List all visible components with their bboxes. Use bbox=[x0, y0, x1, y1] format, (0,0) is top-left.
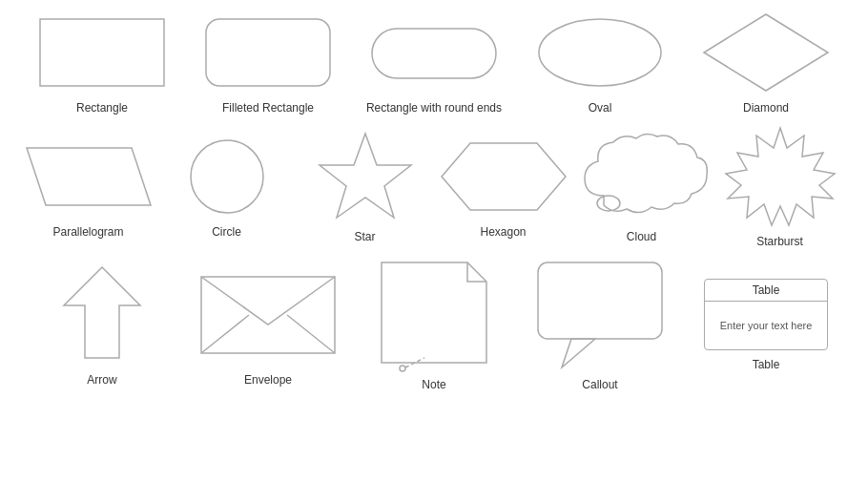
svg-point-16 bbox=[400, 366, 405, 371]
svg-rect-12 bbox=[201, 277, 335, 353]
shape-item-starburst[interactable]: Starburst bbox=[711, 124, 849, 248]
svg-marker-7 bbox=[320, 134, 411, 218]
svg-marker-8 bbox=[442, 143, 566, 210]
svg-marker-5 bbox=[27, 148, 151, 205]
shape-item-circle[interactable]: Circle bbox=[157, 134, 296, 239]
table-body: Enter your text here bbox=[705, 302, 827, 349]
shape-item-hexagon[interactable]: Hexagon bbox=[434, 134, 572, 239]
svg-point-6 bbox=[191, 140, 263, 213]
svg-line-14 bbox=[287, 315, 335, 353]
label-arrow: Arrow bbox=[87, 373, 116, 387]
label-oval: Oval bbox=[589, 101, 612, 115]
label-envelope: Envelope bbox=[244, 373, 292, 387]
shape-item-rectangle[interactable]: Rectangle bbox=[26, 10, 178, 115]
shape-item-star[interactable]: Star bbox=[296, 129, 434, 243]
svg-rect-2 bbox=[372, 29, 496, 78]
svg-marker-4 bbox=[704, 14, 828, 91]
shape-item-callout[interactable]: Callout bbox=[524, 258, 676, 391]
shape-item-envelope[interactable]: Envelope bbox=[192, 262, 344, 387]
shape-item-oval[interactable]: Oval bbox=[524, 10, 676, 115]
svg-rect-0 bbox=[40, 19, 164, 86]
label-parallelogram: Parallelogram bbox=[52, 225, 123, 239]
row-1: Rectangle Filleted Rectangle Rectangle w… bbox=[19, 10, 849, 115]
label-circle: Circle bbox=[212, 225, 241, 239]
shape-item-note[interactable]: Note bbox=[358, 258, 510, 391]
label-starburst: Starburst bbox=[756, 235, 803, 248]
shape-item-filleted-rectangle[interactable]: Filleted Rectangle bbox=[192, 10, 344, 115]
label-star: Star bbox=[354, 230, 375, 243]
shape-item-round-ends[interactable]: Rectangle with round ends bbox=[358, 10, 510, 115]
svg-line-13 bbox=[201, 315, 249, 353]
row-3: Arrow Envelope Note bbox=[19, 258, 849, 391]
table-header: Table bbox=[705, 280, 827, 302]
shape-item-diamond[interactable]: Diamond bbox=[690, 10, 842, 115]
svg-rect-17 bbox=[538, 262, 662, 339]
label-cloud: Cloud bbox=[627, 230, 656, 243]
shape-item-cloud[interactable]: Cloud bbox=[572, 129, 711, 243]
shape-item-parallelogram[interactable]: Parallelogram bbox=[19, 134, 157, 239]
svg-marker-11 bbox=[64, 267, 140, 358]
svg-point-3 bbox=[539, 19, 661, 86]
svg-marker-18 bbox=[562, 339, 595, 367]
label-rectangle: Rectangle bbox=[76, 101, 128, 115]
label-diamond: Diamond bbox=[743, 101, 789, 115]
shape-item-arrow[interactable]: Arrow bbox=[26, 262, 178, 387]
label-hexagon: Hexagon bbox=[480, 225, 526, 239]
shapes-grid: Rectangle Filleted Rectangle Rectangle w… bbox=[0, 0, 868, 410]
label-round-ends: Rectangle with round ends bbox=[366, 101, 502, 115]
label-table: Table bbox=[753, 358, 780, 371]
table-shape: Table Enter your text here bbox=[704, 279, 828, 350]
svg-rect-1 bbox=[206, 19, 330, 86]
svg-marker-10 bbox=[726, 128, 835, 225]
label-callout: Callout bbox=[582, 378, 617, 391]
shape-item-table[interactable]: Table Enter your text here Table bbox=[690, 279, 842, 371]
label-note: Note bbox=[422, 378, 445, 391]
row-2: Parallelogram Circle Star Hexagon bbox=[19, 124, 849, 248]
label-filleted-rectangle: Filleted Rectangle bbox=[222, 101, 314, 115]
